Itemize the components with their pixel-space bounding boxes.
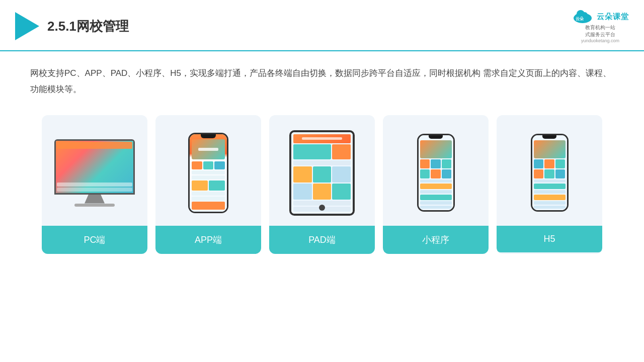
tablet-cell5 (313, 184, 332, 200)
mini-cell-h5-2 (544, 159, 554, 168)
page-title: 2.5.1网校管理 (47, 18, 129, 35)
pc-monitor (54, 139, 135, 195)
mini-cell5 (431, 169, 441, 178)
card-pc-label: PC端 (42, 226, 147, 254)
mini-strip-h5-1 (534, 184, 566, 189)
tablet-block-big (293, 144, 331, 159)
pc-mockup (54, 139, 135, 207)
mini-notch1 (429, 135, 443, 139)
tablet-cell2 (313, 166, 332, 183)
header-brand: 云朵 云朵课堂 教育机构一站式服务云平台 yunduoketang.com (572, 9, 629, 43)
tablet-header-bar (293, 134, 351, 143)
cards-container: PC端 (0, 103, 644, 269)
phone-row4 (192, 197, 225, 201)
mini-screen2 (532, 135, 567, 210)
phone-app-screen (190, 134, 227, 212)
mini-row-h5-3 (534, 201, 566, 205)
tablet-cell4 (293, 184, 312, 200)
mini-row4 (420, 206, 452, 209)
mini-grid1 (420, 159, 452, 178)
card-miniprogram-image (383, 115, 489, 226)
mini-screen1 (419, 135, 453, 210)
mini-cell-h5-6 (555, 169, 566, 178)
mini-row1 (420, 179, 452, 183)
brand-url: yunduoketang.com (581, 38, 619, 43)
description-content: 网校支持PC、APP、PAD、小程序、H5，实现多端打通，产品各终端自由切换，数… (30, 68, 611, 94)
mini-banner1 (420, 140, 452, 158)
mini-cell1 (420, 159, 430, 168)
mini-cell-h5-1 (534, 159, 544, 168)
mini-strip2-1 (420, 195, 452, 200)
mini-row-h5-2 (534, 190, 566, 194)
header-left: 2.5.1网校管理 (15, 12, 129, 40)
mini-strip1 (420, 184, 452, 189)
tablet-screen (291, 132, 353, 214)
card-miniprogram-label: 小程序 (383, 226, 489, 254)
mini-row2 (420, 190, 452, 194)
mini-row3 (420, 201, 452, 205)
card-app: APP端 (155, 115, 261, 254)
tablet-row1 (293, 160, 351, 165)
phone-notch (201, 134, 216, 138)
brand-slogan: 教育机构一站式服务云平台 (585, 24, 615, 38)
card-pc-image (42, 115, 147, 226)
tablet-content-row (293, 144, 351, 159)
tablet-cell1 (293, 166, 312, 183)
mini-banner2 (534, 140, 566, 158)
phone-app-mockup (188, 133, 228, 213)
logo-triangle-icon (15, 12, 39, 40)
mini-cell2 (431, 159, 441, 168)
card-h5-image (497, 115, 602, 226)
tablet-cell6 (332, 184, 351, 200)
tablet-home-btn (319, 205, 325, 211)
mini-strip-h5-2 (534, 195, 566, 200)
cloud-icon: 云朵 (572, 9, 594, 24)
card-pad: PAD端 (269, 115, 375, 254)
card-app-image (155, 115, 261, 226)
mini-phone-mockup1 (417, 134, 455, 212)
mini-phone-mockup2 (531, 134, 569, 212)
card-h5-label: H5 (497, 226, 602, 252)
phone-banner (192, 139, 225, 159)
mini-grid2 (534, 159, 566, 178)
mini-cell3 (442, 159, 452, 168)
card-h5: H5 (497, 115, 602, 254)
mini-cell4 (420, 169, 430, 178)
phone-row1 (192, 170, 225, 174)
mini-notch2 (542, 135, 556, 139)
mini-cell-h5-3 (555, 159, 566, 168)
tablet-mockup (289, 130, 355, 216)
mini-row-h5-1 (534, 179, 566, 183)
card-pad-label: PAD端 (269, 226, 375, 254)
page-header: 2.5.1网校管理 云朵 云朵课堂 教育机构一站式服务云平台 yunduoket… (0, 0, 644, 51)
mini-cell-h5-5 (544, 169, 554, 178)
phone-row3 (192, 192, 225, 196)
brand-logo: 云朵 云朵课堂 (572, 9, 629, 24)
tablet-grid (293, 166, 351, 200)
mini-cell-h5-4 (534, 169, 544, 178)
pc-base (74, 204, 115, 207)
card-miniprogram: 小程序 (383, 115, 489, 254)
svg-text:云朵: 云朵 (576, 17, 584, 21)
mini-row-h5-4 (534, 206, 566, 209)
description-text: 网校支持PC、APP、PAD、小程序、H5，实现多端打通，产品各终端自由切换，数… (0, 51, 644, 103)
card-pad-image (269, 115, 375, 226)
phone-row2 (192, 175, 225, 179)
mini-cell6 (442, 169, 452, 178)
pc-stand (85, 195, 105, 204)
card-app-label: APP端 (155, 226, 261, 254)
pc-screen (56, 141, 133, 193)
brand-name: 云朵课堂 (597, 12, 629, 22)
card-pc: PC端 (42, 115, 147, 254)
tablet-block-sm (332, 144, 351, 159)
tablet-cell3 (332, 166, 351, 183)
